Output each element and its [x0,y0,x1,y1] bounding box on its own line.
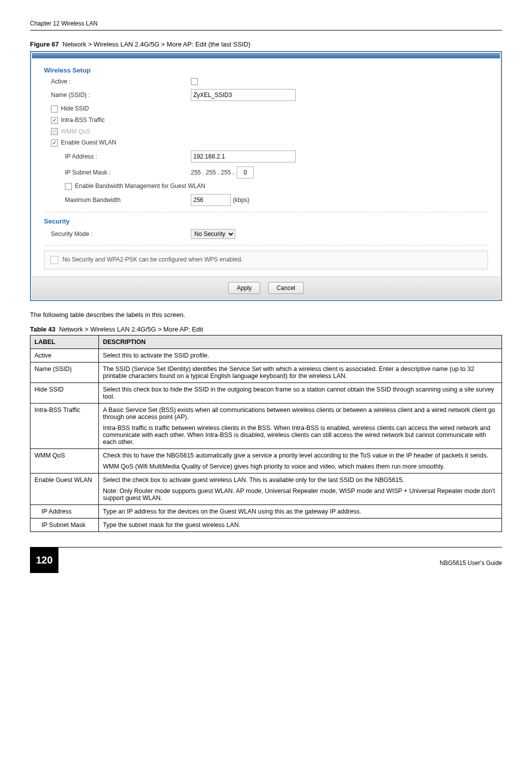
row-desc: Select this check box to hide the SSID i… [99,383,502,404]
figure-label: Figure 67 [30,40,59,48]
max-bw-unit: (kbps) [233,196,249,204]
active-checkbox[interactable] [191,78,198,85]
row-desc: The SSID (Service Set IDentity) identifi… [99,362,502,383]
row-desc: Select the check box to activate guest w… [99,474,502,505]
enable-guest-wlan-checkbox[interactable] [51,140,58,146]
enable-guest-wlan-label: Enable Guest WLAN [61,139,116,146]
window-titlebar [32,53,500,58]
max-bw-label: Maximum Bandwidth [44,196,191,204]
row-label: Active [30,349,99,362]
bw-mgmt-label: Enable Bandwidth Management for Guest WL… [75,182,205,190]
ip-address-input[interactable] [191,150,296,162]
table-row: Enable Guest WLAN Select the check box t… [30,474,502,505]
page-footer: 120 NBG5615 User's Guide [30,547,502,573]
subnet-octet-3: 255 [221,169,231,176]
table-row: IP Address Type an IP address for the de… [30,505,502,518]
ssid-name-input[interactable] [191,89,296,101]
intra-bss-checkbox[interactable] [51,117,58,124]
table-row: Active Select this to activate the SSID … [30,349,502,362]
chapter-header: Chapter 12 Wireless LAN [30,20,502,30]
table-row: Intra-BSS Traffic A Basic Service Set (B… [30,404,502,449]
apply-button[interactable]: Apply [228,282,260,294]
separator [44,212,488,212]
description-table: LABEL DESCRIPTION Active Select this to … [30,335,502,532]
figure-caption: Figure 67 Network > Wireless LAN 2.4G/5G… [30,40,502,48]
subnet-octet-2: 255 [206,169,216,176]
table-caption-text: Network > Wireless LAN 2.4G/5G > More AP… [59,326,203,333]
note-icon [50,256,58,264]
bw-mgmt-checkbox[interactable] [65,183,72,190]
row-label: Intra-BSS Traffic [30,404,99,449]
table-row: Name (SSID) The SSID (Service Set IDenti… [30,362,502,383]
table-row: IP Subnet Mask Type the subnet mask for … [30,518,502,532]
info-note-text: No Security and WPA2-PSK can be configur… [62,256,243,263]
wmm-qos-label: WMM QoS [61,128,90,135]
max-bw-input[interactable] [191,194,231,206]
table-head-desc: DESCRIPTION [99,336,502,349]
intra-bss-label: Intra-BSS Traffic [61,116,105,124]
row-desc: Select this to activate the SSID profile… [99,349,502,362]
table-row: Hide SSID Select this check box to hide … [30,383,502,404]
row-label: WMM QoS [30,449,99,474]
hide-ssid-label: Hide SSID [61,105,89,112]
subnet-octet-4-input[interactable] [237,166,254,178]
row-label: IP Subnet Mask [30,518,99,532]
subnet-mask-group: 255 . 255 . 255 . [191,166,255,178]
active-label: Active : [44,78,191,85]
page-number: 120 [30,548,58,573]
ip-subnet-label: IP Subnet Mask : [44,169,191,176]
wmm-qos-checkbox [51,128,58,135]
row-label: Name (SSID) [30,362,99,383]
ssid-name-label: Name (SSID) : [44,92,191,98]
section-security: Security [44,218,488,225]
row-label: IP Address [30,505,99,518]
info-note-box: No Security and WPA2-PSK can be configur… [44,250,488,270]
button-bar: Apply Cancel [32,276,500,299]
row-desc: A Basic Service Set (BSS) exists when al… [99,404,502,449]
section-wireless-setup: Wireless Setup [44,66,488,74]
ip-address-label: IP Address : [44,153,191,160]
screenshot-frame: Wireless Setup Active : Name (SSID) : Hi… [30,51,502,301]
figure-caption-text: Network > Wireless LAN 2.4G/5G > More AP… [62,40,250,48]
cancel-button[interactable]: Cancel [268,282,304,294]
security-mode-label: Security Mode : [44,230,191,238]
table-label: Table 43 [30,326,55,333]
table-row: WMM QoS Check this to have the NBG5615 a… [30,449,502,474]
body-paragraph: The following table describes the labels… [30,311,502,318]
guide-name: NBG5615 User's Guide [440,554,502,566]
row-label: Enable Guest WLAN [30,474,99,505]
table-caption: Table 43 Network > Wireless LAN 2.4G/5G … [30,326,502,333]
row-desc: Check this to have the NBG5615 automatic… [99,449,502,474]
separator [44,245,488,246]
subnet-octet-1: 255 [191,169,201,176]
row-desc: Type an IP address for the devices on th… [99,505,502,518]
row-label: Hide SSID [30,383,99,404]
security-mode-select[interactable]: No Security [191,229,235,239]
table-head-label: LABEL [30,336,99,349]
hide-ssid-checkbox[interactable] [51,106,58,112]
row-desc: Type the subnet mask for the guest wirel… [99,518,502,532]
